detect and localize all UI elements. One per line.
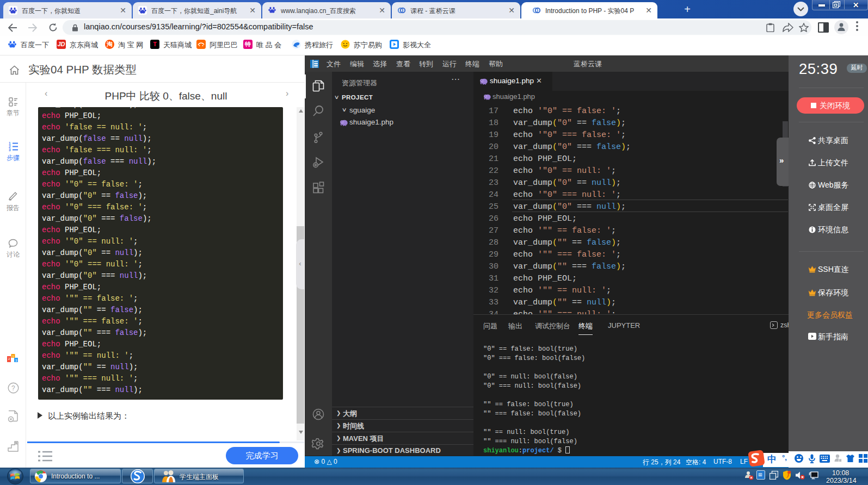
svg-text:3: 3 bbox=[9, 148, 11, 151]
svg-text:?: ? bbox=[11, 384, 15, 392]
